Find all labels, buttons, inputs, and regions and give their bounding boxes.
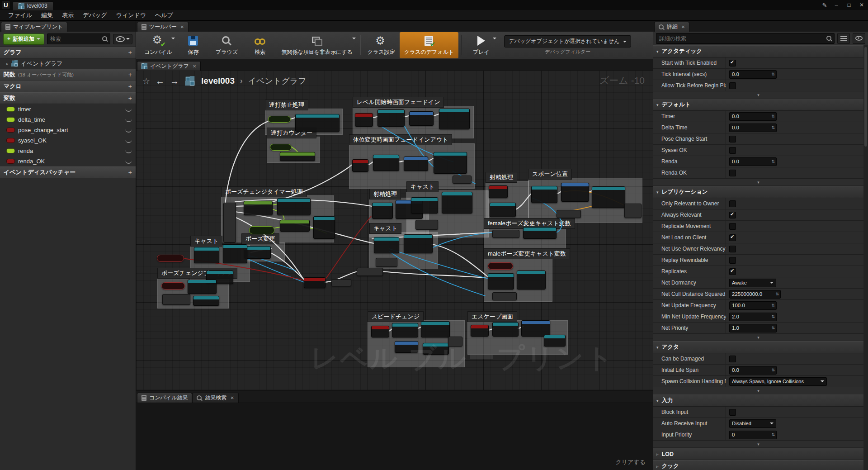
menu-item-1[interactable]: 編集 xyxy=(37,10,57,20)
property-matrix-button[interactable] xyxy=(837,33,850,44)
graph-node[interactable] xyxy=(411,197,438,214)
menu-item-2[interactable]: 表示 xyxy=(57,10,78,20)
tab-event-graph[interactable]: イベントグラフ xyxy=(137,61,201,71)
show-advanced-expander[interactable] xyxy=(653,334,863,341)
graph-node[interactable] xyxy=(352,159,368,172)
event-graph-canvas[interactable]: level003 イベントグラフ ズーム -10 レベル ブループリント 連打禁… xyxy=(136,71,653,390)
graph-node[interactable] xyxy=(453,176,472,184)
variable-item[interactable]: syasei_OK xyxy=(0,135,136,146)
close-icon[interactable] xyxy=(193,64,196,69)
toolbar-button-play[interactable]: プレイ xyxy=(464,32,498,58)
spinner-icon[interactable] xyxy=(771,326,775,330)
graph-node[interactable] xyxy=(313,216,335,239)
forward-arrow-icon[interactable] xyxy=(170,76,179,86)
toolbar-button-browse[interactable]: ブラウズ xyxy=(210,32,243,58)
menu-item-5[interactable]: ヘルプ xyxy=(151,10,178,20)
section-header-2[interactable]: マクロ xyxy=(0,81,136,92)
section-header-4[interactable]: イベントディスパッチャー xyxy=(0,166,136,178)
graph-node[interactable] xyxy=(421,321,450,337)
tab-details[interactable]: 詳細 xyxy=(654,22,689,32)
graph-node[interactable] xyxy=(355,113,373,127)
display-filter-button[interactable] xyxy=(853,33,865,44)
graph-node[interactable] xyxy=(557,210,581,218)
variable-item[interactable]: renda xyxy=(0,146,136,156)
details-scrollbar[interactable] xyxy=(863,45,868,470)
graph-node[interactable] xyxy=(492,230,519,238)
graph-node[interactable] xyxy=(423,343,449,355)
tab-my-blueprint[interactable]: マイブループリント xyxy=(1,22,67,32)
tab-results-0[interactable]: コンパイル結果 xyxy=(137,393,192,403)
graph-node[interactable] xyxy=(161,282,185,290)
number-field[interactable]: 0.0 xyxy=(729,157,777,166)
checkbox[interactable] xyxy=(729,409,736,416)
graph-node[interactable] xyxy=(448,337,462,347)
number-field[interactable]: 0.0 xyxy=(729,123,777,132)
graph-node[interactable] xyxy=(244,246,271,259)
breadcrumb-current[interactable]: イベントグラフ xyxy=(248,76,307,86)
graph-node[interactable] xyxy=(531,186,557,203)
graph-node[interactable] xyxy=(280,220,310,232)
maximize-button[interactable] xyxy=(843,0,855,10)
spinner-icon[interactable] xyxy=(771,159,775,164)
graph-node[interactable] xyxy=(371,326,389,337)
details-section-header-2[interactable]: レプリケーション xyxy=(653,186,863,198)
dropdown-field[interactable]: Disabled xyxy=(729,419,776,428)
graph-node[interactable] xyxy=(561,183,589,202)
toolbar-button-class-settings[interactable]: クラス設定 xyxy=(363,32,400,58)
graph-node[interactable] xyxy=(442,192,472,214)
graph-node[interactable] xyxy=(268,116,291,123)
show-advanced-expander[interactable] xyxy=(653,179,863,186)
number-field[interactable]: 2.0 xyxy=(729,313,777,321)
favorite-star-icon[interactable] xyxy=(142,76,150,86)
graph-node[interactable] xyxy=(488,262,513,270)
visibility-eye-icon[interactable] xyxy=(125,107,132,112)
my-blueprint-search-input[interactable] xyxy=(47,33,110,44)
variable-item[interactable]: renda_OK xyxy=(0,156,136,166)
details-section-header-1[interactable]: デフォルト xyxy=(653,99,863,111)
graph-node[interactable] xyxy=(404,157,428,171)
checkbox[interactable] xyxy=(729,200,736,207)
graph-node[interactable] xyxy=(377,109,405,127)
graph-item[interactable]: イベントグラフ xyxy=(0,58,136,69)
graph-node[interactable] xyxy=(162,294,190,305)
back-arrow-icon[interactable] xyxy=(156,76,165,86)
visibility-eye-icon[interactable] xyxy=(125,138,132,143)
graph-node[interactable] xyxy=(277,198,311,215)
graph-node[interactable] xyxy=(373,155,399,171)
debug-object-dropdown[interactable]: デバッグオブジェクトが選択されていません xyxy=(504,35,631,47)
graph-node[interactable] xyxy=(223,244,247,263)
close-icon[interactable] xyxy=(230,395,234,400)
number-field[interactable]: 225000000.0 xyxy=(729,290,781,299)
visibility-eye-icon[interactable] xyxy=(125,118,132,122)
spinner-icon[interactable] xyxy=(771,72,775,76)
spinner-icon[interactable] xyxy=(771,368,775,372)
graph-node[interactable] xyxy=(331,279,351,286)
graph-node[interactable] xyxy=(157,255,184,262)
number-field[interactable]: 0.0 xyxy=(729,70,777,79)
number-field[interactable]: 0 xyxy=(729,431,777,439)
details-section-header-5[interactable]: LOD xyxy=(653,448,863,460)
spinner-icon[interactable] xyxy=(775,292,779,296)
graph-node[interactable] xyxy=(295,114,340,132)
menu-item-3[interactable]: デバッグ xyxy=(78,10,111,20)
toolbar-button-hide-unrelated[interactable]: 無関係な項目を非表示にする xyxy=(277,32,357,58)
checkbox[interactable] xyxy=(729,246,736,252)
section-header-3[interactable]: 変数 xyxy=(0,92,136,104)
graph-node[interactable] xyxy=(434,152,467,174)
document-tab[interactable]: level003 xyxy=(13,1,53,10)
show-advanced-expander[interactable] xyxy=(653,387,863,394)
brush-icon[interactable] xyxy=(819,2,830,9)
graph-node[interactable] xyxy=(357,268,383,276)
variable-item[interactable]: timer xyxy=(0,104,136,114)
checkbox[interactable] xyxy=(729,136,736,142)
show-advanced-expander[interactable] xyxy=(653,441,863,448)
menu-item-0[interactable]: ファイル xyxy=(4,10,37,20)
graph-node[interactable] xyxy=(415,220,438,230)
spinner-icon[interactable] xyxy=(771,314,775,319)
number-field[interactable]: 0.0 xyxy=(729,112,777,121)
expander-icon[interactable] xyxy=(6,62,9,66)
spinner-icon[interactable] xyxy=(771,114,775,119)
breadcrumb-root[interactable]: level003 xyxy=(201,76,235,86)
graph-node[interactable] xyxy=(489,185,508,198)
toolbar-button-compile[interactable]: コンパイル xyxy=(140,32,176,58)
